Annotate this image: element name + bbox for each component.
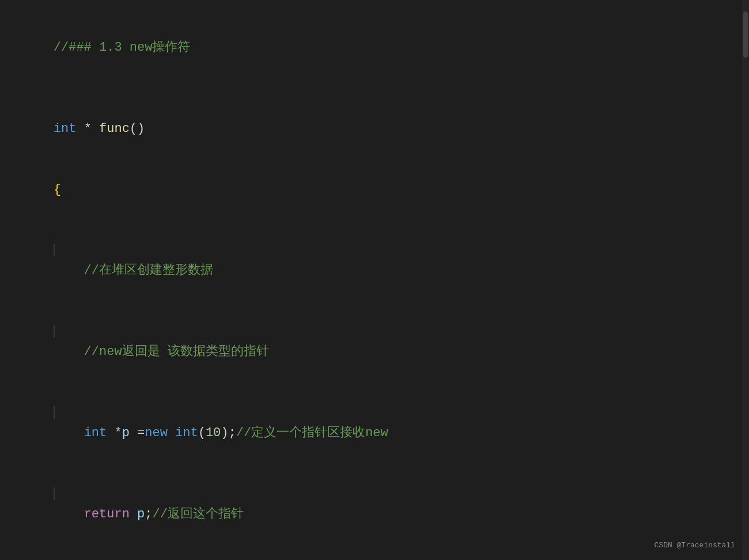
comment-heap-create: //在堆区创建整形数据 xyxy=(54,263,213,278)
line-4: { xyxy=(23,159,726,220)
var-p-return: p xyxy=(137,507,145,521)
line-1: //### 1.3 new操作符 xyxy=(23,17,726,78)
line-3: int * func() xyxy=(23,99,726,160)
scrollbar[interactable] xyxy=(742,0,749,560)
int-keyword-3: int xyxy=(175,426,198,440)
line-8: return p;//返回这个指针 xyxy=(23,463,726,544)
int-keyword-2: int xyxy=(84,426,107,440)
code-editor: //### 1.3 new操作符 int * func() { //在堆区创建整… xyxy=(0,0,749,560)
number-10: 10 xyxy=(206,426,221,440)
line-2 xyxy=(23,78,726,99)
heading-comment: //### 1.3 new操作符 xyxy=(54,40,191,55)
open-brace: { xyxy=(54,183,61,197)
line-5: //在堆区创建整形数据 xyxy=(23,220,726,301)
new-keyword: new xyxy=(145,426,168,440)
line-9: } xyxy=(23,544,726,560)
comment-inline-2: //返回这个指针 xyxy=(152,507,243,521)
return-keyword: return xyxy=(84,507,130,521)
int-keyword: int xyxy=(54,122,77,136)
line-7: int *p =new int(10);//定义一个指针区接收new xyxy=(23,382,726,463)
line-6: //new返回是 该数据类型的指针 xyxy=(23,301,726,383)
scrollbar-thumb[interactable] xyxy=(743,12,748,58)
comment-inline-1: //定义一个指针区接收new xyxy=(236,426,388,440)
comment-new-return: //new返回是 该数据类型的指针 xyxy=(54,345,269,359)
watermark: CSDN @Traceinstall xyxy=(655,541,735,550)
func-keyword: func xyxy=(99,122,130,136)
var-p: p xyxy=(122,426,130,440)
